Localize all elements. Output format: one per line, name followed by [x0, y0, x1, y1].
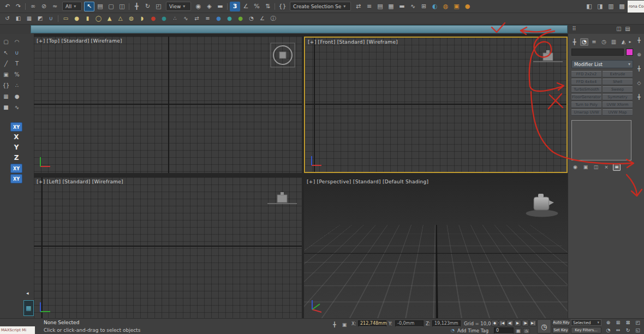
- selection-lock-toggle[interactable]: ▣: [341, 320, 348, 330]
- render-production-icon[interactable]: ●: [462, 2, 473, 11]
- add-time-tag[interactable]: Add Time Tag: [457, 328, 488, 333]
- maxscript-mini-listener[interactable]: MAXScript Mi: [0, 326, 35, 334]
- select-by-name-icon[interactable]: ▤: [95, 2, 105, 11]
- motion-tab[interactable]: ◷: [600, 38, 608, 46]
- zoom-extents-icon[interactable]: ⊠: [623, 319, 633, 326]
- display-tab[interactable]: ▥: [610, 38, 618, 46]
- modifier-unwrap-uvw-button[interactable]: Unwrap UVW: [571, 109, 601, 116]
- viewport-left[interactable]: [+] [Left] [Standard] [Wireframe]: [34, 177, 302, 318]
- auto-key-button[interactable]: Auto Key: [552, 319, 569, 326]
- dock-list-icon[interactable]: ▤: [623, 26, 632, 32]
- workspace-icon[interactable]: ◨: [595, 2, 605, 11]
- autogrid-icon[interactable]: ↺: [2, 14, 13, 23]
- mini-listener-expand-icon[interactable]: ◂: [26, 290, 29, 296]
- next-frame-button[interactable]: |▶: [522, 320, 529, 326]
- go-to-start-button[interactable]: |◀: [499, 320, 506, 326]
- modifier-ffd-2x2x2-button[interactable]: FFD 2x2x2: [571, 71, 601, 77]
- modifier-sweep-button[interactable]: Sweep: [603, 86, 633, 93]
- zoom-icon[interactable]: ⊕: [604, 319, 613, 326]
- xy-plane-lock-button[interactable]: XY: [10, 122, 22, 132]
- window-crossing-icon[interactable]: ◫: [117, 2, 127, 11]
- curve-editor-icon[interactable]: ∿: [408, 2, 418, 11]
- grid-tool-icon[interactable]: ▦: [1, 92, 11, 102]
- geosphere-primitive-icon[interactable]: ◍: [126, 14, 136, 23]
- dots-icon[interactable]: ∴: [12, 81, 22, 91]
- modifier-shell-button[interactable]: Shell: [603, 79, 633, 85]
- play-button[interactable]: ▶: [514, 320, 521, 326]
- info-icon[interactable]: ⓘ: [268, 14, 278, 23]
- ribbon-toggle-icon[interactable]: ▬: [397, 2, 407, 11]
- cursor-icon[interactable]: ↖: [1, 48, 11, 58]
- select-object-icon[interactable]: ↖: [84, 2, 94, 11]
- viewport-layout-button[interactable]: ▦: [23, 300, 34, 316]
- point-helper-red-icon[interactable]: ●: [148, 14, 158, 23]
- teapot-object-left-view[interactable]: [265, 187, 299, 207]
- teapot-primitive-icon[interactable]: ◗: [137, 14, 147, 23]
- separator[interactable]: [273, 3, 277, 10]
- modifier-uvw-xform-button[interactable]: UVW Xform: [603, 102, 633, 108]
- rendered-frame-icon[interactable]: ▣: [451, 2, 462, 11]
- pin-stack-icon[interactable]: ◉: [571, 164, 579, 171]
- viewport-front-active[interactable]: [+] [Front] [Standard] [Wireframe]: [304, 37, 568, 173]
- viewport-label[interactable]: [+] [Top] [Standard] [Wireframe]: [37, 38, 122, 44]
- script-icon[interactable]: {}: [1, 81, 11, 91]
- y-coord-field[interactable]: -0,0mm: [395, 320, 424, 327]
- schematic-view-icon[interactable]: ⊞: [419, 2, 429, 11]
- snap-toggle-3d-icon[interactable]: 3: [230, 2, 240, 11]
- z-coord-field[interactable]: 19,123mm: [432, 320, 461, 327]
- dock-window-icon[interactable]: ◫: [615, 26, 623, 32]
- unlink-selection-icon[interactable]: ⊘: [39, 2, 49, 11]
- keyboard-override-icon[interactable]: ▬: [215, 2, 225, 11]
- box-primitive-icon[interactable]: ▭: [61, 14, 71, 23]
- marquee-select-icon[interactable]: ▢: [1, 37, 11, 47]
- modifier-turbosmooth-button[interactable]: TurboSmooth: [571, 86, 601, 93]
- teapot-object-front-view[interactable]: [531, 45, 565, 65]
- select-and-link-icon[interactable]: ∞: [28, 2, 38, 11]
- separator[interactable]: [57, 15, 60, 22]
- wireframe-color-swatch[interactable]: [626, 49, 633, 56]
- zoom-region-icon[interactable]: ◰: [633, 319, 642, 326]
- material-sphere-teal-icon[interactable]: ●: [224, 14, 235, 23]
- utility-icon[interactable]: ◔: [246, 14, 257, 23]
- snap-magnet-icon[interactable]: ∪: [46, 14, 56, 23]
- edit-named-selections-icon[interactable]: {}: [277, 2, 288, 11]
- spline-icon[interactable]: ∿: [181, 14, 191, 23]
- separator[interactable]: [24, 3, 27, 10]
- corona-converter-toolbar[interactable]: rona Converb: [628, 1, 644, 13]
- viewport-label[interactable]: [+] [Perspective] [Standard] [Default Sh…: [307, 179, 428, 184]
- show-end-result-icon[interactable]: ▣: [582, 164, 589, 171]
- layers-toolbar-icon[interactable]: ▥: [606, 2, 616, 11]
- rollout-icon[interactable]: ⊕: [635, 51, 643, 58]
- z-axis-button[interactable]: Z: [10, 153, 22, 163]
- lasso-select-icon[interactable]: ◠: [12, 37, 22, 47]
- measure-icon[interactable]: ∠: [257, 14, 267, 23]
- sphere-primitive-icon[interactable]: ●: [71, 14, 82, 23]
- wave-tool-icon[interactable]: ∿: [12, 103, 22, 112]
- reference-coordinate-dropdown[interactable]: View ▾: [166, 2, 191, 11]
- xy-axis-alt-button[interactable]: XY: [10, 174, 22, 183]
- modifier-list-dropdown[interactable]: Modifier List ▾: [571, 60, 633, 68]
- cylinder-primitive-icon[interactable]: ▮: [82, 14, 93, 23]
- modifier-ffd-4x4x4-button[interactable]: FFD 4x4x4: [571, 79, 601, 85]
- zoom-all-icon[interactable]: ⊞: [613, 319, 623, 326]
- cube-tool-icon[interactable]: ■: [1, 103, 11, 112]
- panel-back-arrow[interactable]: ◂: [620, 38, 626, 46]
- render-setup-icon[interactable]: ◍: [440, 2, 451, 11]
- select-and-move-icon[interactable]: ╋: [132, 2, 142, 11]
- separator[interactable]: [128, 3, 131, 10]
- select-and-rotate-icon[interactable]: ↻: [142, 2, 153, 11]
- layer-explorer-icon[interactable]: ▤: [375, 2, 385, 11]
- cone-primitive-icon[interactable]: △: [115, 14, 126, 23]
- scene-explorer-icon[interactable]: ▦: [386, 2, 396, 11]
- lock-icon[interactable]: ▣: [1, 70, 11, 80]
- settings-icon[interactable]: ◩: [35, 14, 45, 23]
- pan-icon[interactable]: ⇔: [613, 327, 623, 334]
- gizmo-icon[interactable]: ◇: [635, 80, 643, 87]
- time-clock-button[interactable]: ◷: [523, 328, 530, 334]
- bind-to-spacewarp-icon[interactable]: ≈: [50, 2, 60, 11]
- dock-handle3-icon[interactable]: ╋: [635, 94, 643, 101]
- named-selection-combo[interactable]: Create Selection Se ▾: [290, 2, 351, 11]
- mirror-icon[interactable]: ⇄: [353, 2, 363, 11]
- dock-handle2-icon[interactable]: ╋: [635, 65, 643, 73]
- key-mode-toggle-button[interactable]: ◆: [491, 320, 498, 326]
